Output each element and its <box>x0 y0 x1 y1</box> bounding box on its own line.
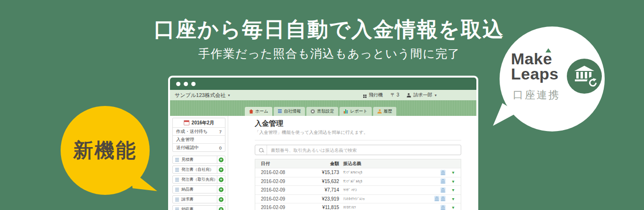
app-window: サンプル123株式会社 ▾ 飛行機 〒 3 請求一郎 ▾ ホーム自社情報書類 <box>168 76 478 210</box>
expand-row-chevron[interactable]: ▾ <box>446 205 461 210</box>
create-doc-button[interactable]: + <box>217 186 225 193</box>
col-header-payer: 振込名義 <box>339 161 423 167</box>
payment-row[interactable]: 2016-02-09¥7,714ﾔﾏﾀﾞ ﾊﾅｺ▾ <box>255 185 461 194</box>
doc-type-label: 発注書（自社宛） <box>181 167 214 173</box>
window-control-icon[interactable] <box>191 82 196 86</box>
sidebar-doc-type: 納品書+ <box>172 185 225 193</box>
bubble-tail <box>126 166 159 194</box>
sidebar: 2016年2月 作成・送付待ち7入金管理送付確認中0 見積書+発注書（自社宛）+… <box>170 116 228 210</box>
payment-row[interactable]: 2016-02-09¥23,919ﾃｽﾄｶｲｹｲｼﾞﾑｼｮ▾ <box>255 194 461 203</box>
sidebar-status-item[interactable]: 入金管理 <box>173 135 225 143</box>
tab-reports[interactable]: レポート <box>340 107 372 116</box>
bank-badge-icon <box>440 170 446 175</box>
month-label: 2016年2月 <box>192 120 215 126</box>
window-control-icon[interactable] <box>176 82 180 86</box>
doc-type-link[interactable]: 領収書 <box>173 206 217 210</box>
payment-date: 2016-02-08 <box>255 170 308 175</box>
logo-bubble: Make Leaps 口座連携 <box>500 26 605 131</box>
new-feature-badge: 新機能 <box>61 106 150 195</box>
grid-icon <box>363 95 365 96</box>
search-input[interactable] <box>267 148 461 153</box>
new-feature-label: 新機能 <box>73 137 137 164</box>
page-title: 入金管理 <box>255 119 461 128</box>
logo-line2: Leaps <box>511 66 559 81</box>
tab-label: 履歴 <box>384 108 392 114</box>
logo-triangle-icon <box>546 48 551 52</box>
bank-sync-badge <box>567 59 602 94</box>
main-content: 入金管理 「入金管理」機能を使って入金消込を簡単に行えます。 日付金額振込名義 … <box>228 116 476 210</box>
payment-date: 2016-02-09 <box>255 205 308 210</box>
month-selector[interactable]: 2016年2月 <box>173 118 225 127</box>
doc-type-link[interactable]: 見積書 <box>173 156 217 163</box>
expand-row-chevron[interactable]: ▾ <box>446 196 461 201</box>
tab-doc-settings[interactable]: 書類設定 <box>306 107 338 116</box>
window-control-icon[interactable] <box>184 82 188 86</box>
document-icon <box>175 207 179 210</box>
plus-icon: + <box>219 158 224 162</box>
bank-badge-icon <box>440 196 446 201</box>
doc-type-link[interactable]: 請求書 <box>173 196 217 203</box>
company-name: サンプル123株式会社 <box>175 92 225 99</box>
bank-badge-icon <box>440 178 446 184</box>
sidebar-status-item[interactable]: 作成・送付待ち7 <box>173 127 225 135</box>
status-box: 2016年2月 作成・送付待ち7入金管理送付確認中0 <box>172 118 225 152</box>
doc-type-link[interactable]: 発注書（自社宛） <box>173 166 217 173</box>
topbar-right: 飛行機 〒 3 請求一郎 ▾ <box>363 92 437 98</box>
apps-menu[interactable]: 飛行機 <box>363 92 383 98</box>
company-menu[interactable]: サンプル123株式会社 ▾ <box>175 92 230 99</box>
doc-type-link[interactable]: 納品書 <box>173 186 217 193</box>
create-doc-button[interactable]: + <box>217 196 225 203</box>
calendar-icon <box>184 120 189 125</box>
tab-history[interactable]: 履歴 <box>373 107 396 116</box>
plus-icon: + <box>219 187 224 192</box>
doc-type-label: 発注書（取引先宛） <box>181 177 217 183</box>
search-bar <box>255 145 461 155</box>
bank-badges <box>423 178 446 184</box>
user-menu[interactable]: 請求一郎 ▾ <box>407 92 437 98</box>
document-icon <box>175 158 179 162</box>
tab-home[interactable]: ホーム <box>245 107 272 116</box>
expand-row-chevron[interactable]: ▾ <box>446 187 461 192</box>
document-icon <box>175 187 179 192</box>
payment-row[interactable]: 2016-02-08¥15,173ｻﾝﾌﾟﾙｱﾙﾌｧ(ｶ▾ <box>255 168 461 177</box>
status-count: 7 <box>219 129 222 134</box>
sync-refresh-icon <box>587 77 599 89</box>
sidebar-doc-type: 見積書+ <box>172 156 225 164</box>
payer-name: ﾀﾅｶｹﾝｾﾂ <box>339 205 423 210</box>
create-doc-button[interactable]: + <box>217 176 225 183</box>
tab-label: ホーム <box>255 108 268 114</box>
tab-company-info[interactable]: 自社情報 <box>274 107 305 116</box>
document-type-list: 見積書+発注書（自社宛）+発注書（取引先宛）+納品書+請求書+領収書+検収書+ <box>172 156 225 210</box>
mail-badge[interactable]: 〒 3 <box>391 92 399 98</box>
expand-row-chevron[interactable]: ▾ <box>446 170 461 175</box>
bank-badge-icon <box>440 205 446 210</box>
tab-bar: ホーム自社情報書類設定レポート履歴 <box>245 107 396 116</box>
home-icon <box>249 109 253 114</box>
status-label: 作成・送付待ち <box>176 129 208 135</box>
doc-type-link[interactable]: 発注書（取引先宛） <box>173 176 217 183</box>
search-icon-area <box>255 145 267 155</box>
create-doc-button[interactable]: + <box>217 206 225 210</box>
payment-row[interactable]: 2016-02-09¥15,632ｻﾝﾌﾟﾙﾃﾞﾙﾀ(ｶ▾ <box>255 177 461 186</box>
payment-row[interactable]: 2016-02-09¥11,815ﾀﾅｶｹﾝｾﾂ▾ <box>255 203 461 210</box>
payment-amount: ¥15,173 <box>308 170 339 175</box>
payer-name: ｻﾝﾌﾟﾙﾃﾞﾙﾀ(ｶ <box>339 179 423 184</box>
create-doc-button[interactable]: + <box>217 156 225 163</box>
tab-label: レポート <box>350 108 367 114</box>
bank-badges <box>423 196 446 201</box>
payment-date: 2016-02-09 <box>255 196 308 201</box>
bubble-tail <box>492 101 520 128</box>
col-header-amount: 金額 <box>308 161 339 167</box>
expand-row-chevron[interactable]: ▾ <box>446 179 461 184</box>
document-icon <box>175 197 179 202</box>
doc-type-label: 納品書 <box>181 187 194 192</box>
app-body: 2016年2月 作成・送付待ち7入金管理送付確認中0 見積書+発注書（自社宛）+… <box>170 116 476 210</box>
sidebar-status-item[interactable]: 送付確認中0 <box>173 143 225 151</box>
tab-label: 自社情報 <box>284 108 301 114</box>
create-doc-button[interactable]: + <box>217 166 225 173</box>
gear-icon <box>311 109 315 114</box>
sidebar-doc-type: 発注書（取引先宛）+ <box>172 175 225 184</box>
plus-icon: + <box>219 177 224 182</box>
payment-amount: ¥23,919 <box>308 196 339 201</box>
bank-badge-icon <box>434 196 439 201</box>
